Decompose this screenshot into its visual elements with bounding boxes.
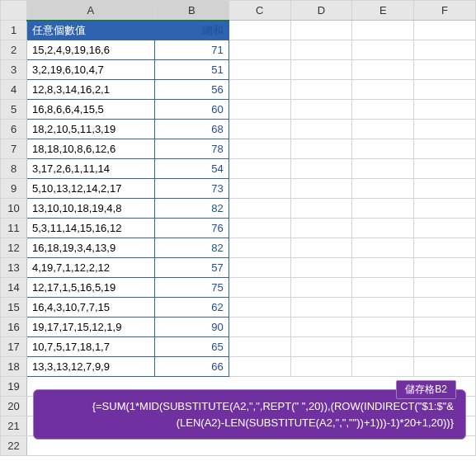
cell[interactable] xyxy=(229,120,290,139)
select-all-corner[interactable] xyxy=(1,1,27,21)
cell[interactable] xyxy=(229,80,290,100)
row-header[interactable]: 17 xyxy=(1,337,27,357)
row-header[interactable]: 1 xyxy=(1,21,27,40)
row-header[interactable]: 8 xyxy=(1,159,27,179)
cell[interactable] xyxy=(414,139,476,159)
cell[interactable] xyxy=(229,318,290,337)
row-header[interactable]: 2 xyxy=(1,40,27,60)
cell-a[interactable]: 12,17,1,5,16,5,19 xyxy=(26,278,154,298)
cell[interactable] xyxy=(352,238,414,258)
cell-a[interactable]: 16,4,3,10,7,7,15 xyxy=(26,298,154,318)
row-header[interactable]: 10 xyxy=(1,199,27,219)
header-cell-b[interactable]: 總和 xyxy=(154,21,229,40)
col-header-d[interactable]: D xyxy=(290,1,352,21)
cell[interactable] xyxy=(414,278,476,298)
cell[interactable] xyxy=(290,120,352,139)
cell[interactable] xyxy=(229,21,290,40)
row-header[interactable]: 12 xyxy=(1,238,27,258)
row-header[interactable]: 11 xyxy=(1,219,27,238)
col-header-e[interactable]: E xyxy=(352,1,414,21)
cell-b[interactable]: 57 xyxy=(154,258,229,278)
cell[interactable] xyxy=(229,179,290,199)
cell[interactable] xyxy=(290,60,352,80)
row-header[interactable]: 6 xyxy=(1,120,27,139)
cell[interactable] xyxy=(414,80,476,100)
cell[interactable] xyxy=(414,100,476,120)
cell-a[interactable]: 18,18,10,8,6,12,6 xyxy=(26,139,154,159)
row-header[interactable]: 19 xyxy=(1,377,27,397)
cell[interactable] xyxy=(352,258,414,278)
cell-b[interactable]: 54 xyxy=(154,159,229,179)
cell[interactable] xyxy=(290,139,352,159)
cell-b[interactable]: 82 xyxy=(154,238,229,258)
cell[interactable] xyxy=(229,139,290,159)
cell[interactable] xyxy=(290,100,352,120)
cell[interactable] xyxy=(352,278,414,298)
cell[interactable] xyxy=(414,21,476,40)
cell[interactable] xyxy=(414,159,476,179)
cell[interactable] xyxy=(229,238,290,258)
cell-b[interactable]: 60 xyxy=(154,100,229,120)
cell[interactable] xyxy=(352,337,414,357)
col-header-a[interactable]: A xyxy=(26,1,154,21)
cell[interactable] xyxy=(290,357,352,377)
cell[interactable] xyxy=(290,199,352,219)
cell[interactable] xyxy=(290,40,352,60)
cell[interactable] xyxy=(290,238,352,258)
row-header[interactable]: 20 xyxy=(1,397,27,416)
row-header[interactable]: 9 xyxy=(1,179,27,199)
row-header[interactable]: 14 xyxy=(1,278,27,298)
row-header[interactable]: 7 xyxy=(1,139,27,159)
cell-a[interactable]: 5,3,11,14,15,16,12 xyxy=(26,219,154,238)
cell[interactable] xyxy=(414,219,476,238)
cell-b[interactable]: 90 xyxy=(154,318,229,337)
cell[interactable] xyxy=(290,318,352,337)
col-header-b[interactable]: B xyxy=(154,1,229,21)
cell-b[interactable]: 73 xyxy=(154,179,229,199)
header-cell-a[interactable]: 任意個數值 xyxy=(26,21,154,40)
row-header[interactable]: 3 xyxy=(1,60,27,80)
cell[interactable] xyxy=(290,179,352,199)
cell[interactable] xyxy=(229,357,290,377)
cell-b[interactable]: 71 xyxy=(154,40,229,60)
cell[interactable] xyxy=(352,199,414,219)
col-header-c[interactable]: C xyxy=(229,1,290,21)
cell[interactable] xyxy=(290,337,352,357)
cell-a[interactable]: 10,7,5,17,18,1,7 xyxy=(26,337,154,357)
cell-a[interactable]: 18,2,10,5,11,3,19 xyxy=(26,120,154,139)
cell[interactable] xyxy=(352,298,414,318)
cell-b[interactable]: 68 xyxy=(154,120,229,139)
cell[interactable] xyxy=(414,298,476,318)
cell-a[interactable]: 4,19,7,1,12,2,12 xyxy=(26,258,154,278)
cell[interactable] xyxy=(290,298,352,318)
cell[interactable] xyxy=(229,337,290,357)
cell[interactable] xyxy=(290,258,352,278)
row-header[interactable]: 13 xyxy=(1,258,27,278)
cell[interactable] xyxy=(414,40,476,60)
cell-a[interactable]: 5,10,13,12,14,2,17 xyxy=(26,179,154,199)
cell-b[interactable]: 75 xyxy=(154,278,229,298)
cell[interactable] xyxy=(414,199,476,219)
row-header[interactable]: 21 xyxy=(1,416,27,436)
cell[interactable] xyxy=(414,120,476,139)
cell[interactable] xyxy=(229,219,290,238)
cell[interactable] xyxy=(352,179,414,199)
cell[interactable] xyxy=(352,100,414,120)
cell[interactable] xyxy=(352,80,414,100)
cell-a[interactable]: 19,17,17,15,12,1,9 xyxy=(26,318,154,337)
cell-b[interactable]: 82 xyxy=(154,199,229,219)
cell-a[interactable]: 16,8,6,6,4,15,5 xyxy=(26,100,154,120)
cell-a[interactable]: 15,2,4,9,19,16,6 xyxy=(26,40,154,60)
cell-b[interactable]: 56 xyxy=(154,80,229,100)
cell-a[interactable]: 3,2,19,6,10,4,7 xyxy=(26,60,154,80)
cell[interactable] xyxy=(352,21,414,40)
cell[interactable] xyxy=(229,278,290,298)
cell[interactable] xyxy=(290,21,352,40)
cell[interactable] xyxy=(414,60,476,80)
cell-a[interactable]: 13,3,13,12,7,9,9 xyxy=(26,357,154,377)
cell-b[interactable]: 76 xyxy=(154,219,229,238)
row-header[interactable]: 4 xyxy=(1,80,27,100)
cell[interactable] xyxy=(229,60,290,80)
cell[interactable] xyxy=(352,357,414,377)
row-header[interactable]: 16 xyxy=(1,318,27,337)
